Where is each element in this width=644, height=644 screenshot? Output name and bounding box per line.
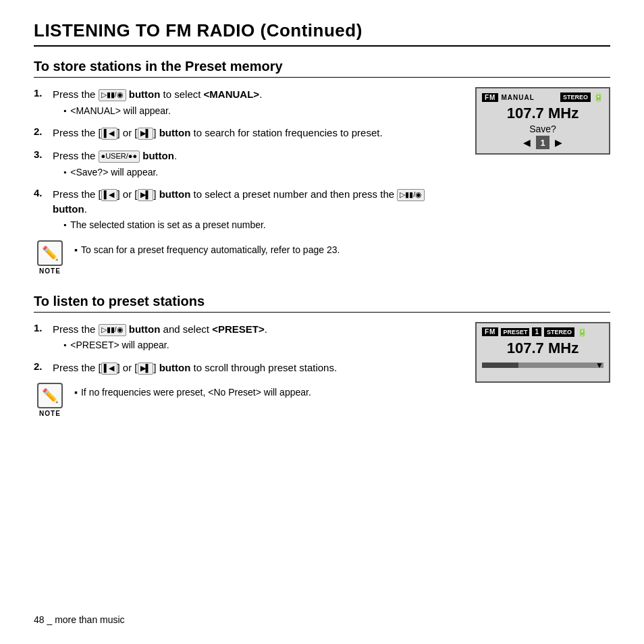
section2-content: 1. Press the ▷▮▮/◉ button and select <PR…: [34, 322, 610, 425]
section2-steps: 1. Press the ▷▮▮/◉ button and select <PR…: [34, 322, 462, 425]
step-3: 3. Press the ●USER/●● button. <Save?> wi…: [34, 149, 462, 179]
s2-step-2-content: Press the [▌◀] or [▶▌] button to scroll …: [53, 360, 462, 375]
step-2-num: 2.: [34, 126, 53, 137]
button-prev-s2[interactable]: ▌◀: [101, 363, 117, 375]
step-4-num: 4.: [34, 187, 53, 198]
note-pencil-icon: ✏️: [37, 240, 63, 266]
step-2: 2. Press the [▌◀] or [▶▌] button to sear…: [34, 126, 462, 140]
button-next-2[interactable]: ▶▌: [138, 189, 154, 201]
step-4-content: Press the [▌◀] or [▶▌] button to select …: [53, 187, 462, 232]
section1-steps: 1. Press the ▷▮▮/◉ button to select <MAN…: [34, 87, 462, 281]
step-3-num: 3.: [34, 149, 53, 160]
step-3-sub: <Save?> will appear.: [63, 165, 462, 179]
section2: To listen to preset stations 1. Press th…: [34, 294, 610, 425]
main-divider: [34, 45, 610, 47]
section2-note: ✏️ NOTE If no frequencies were preset, <…: [34, 383, 462, 417]
step-4: 4. Press the [▌◀] or [▶▌] button to sele…: [34, 187, 462, 232]
button-user[interactable]: ●USER/●●: [99, 151, 140, 163]
s2-step-1-content: Press the ▷▮▮/◉ button and select <PRESE…: [53, 322, 462, 352]
button-play-stop-s2[interactable]: ▷▮▮/◉: [99, 324, 126, 336]
note-text-1: To scan for a preset frequency automatic…: [74, 240, 340, 257]
step-2-content: Press the [▌◀] or [▶▌] button to search …: [53, 126, 462, 140]
section2-divider: [34, 312, 610, 313]
note-label-2: NOTE: [39, 410, 61, 417]
page-title: LISTENING TO FM RADIO (Continued): [34, 20, 610, 41]
display-fm-label-2: FM: [482, 327, 498, 336]
section2-title: To listen to preset stations: [34, 294, 610, 309]
display-header-1: FM MANUAL STEREO 🔋: [482, 92, 603, 102]
button-play-stop-2[interactable]: ▷▮▮/◉: [397, 189, 425, 201]
step-1-num: 1.: [34, 87, 53, 99]
button-prev[interactable]: ▌◀: [101, 128, 117, 140]
button-prev-2[interactable]: ▌◀: [101, 189, 117, 201]
button-next-s2[interactable]: ▶▌: [138, 363, 154, 375]
section1-divider: [34, 77, 610, 78]
display-frequency: 107.7 MHz: [482, 105, 603, 122]
display-preset-label: PRESET: [501, 328, 529, 336]
s2-step-1-sub: <PRESET> will appear.: [63, 338, 462, 352]
display-box-1: FM MANUAL STEREO 🔋 107.7 MHz Save? ◀ 1 ▶: [475, 87, 610, 155]
step-1: 1. Press the ▷▮▮/◉ button to select <MAN…: [34, 87, 462, 117]
note-pencil-icon-2: ✏️: [37, 383, 63, 408]
display-progress-arrow: ▼: [595, 360, 603, 370]
s2-step-2: 2. Press the [▌◀] or [▶▌] button to scro…: [34, 360, 462, 375]
button-next[interactable]: ▶▌: [138, 128, 154, 140]
section1: To store stations in the Preset memory 1…: [34, 59, 610, 281]
note-label-1: NOTE: [39, 267, 61, 275]
note-icon-1: ✏️ NOTE: [34, 240, 66, 275]
display-right-arrow: ▶: [555, 137, 562, 148]
display-left-arrow: ◀: [523, 137, 531, 148]
step-1-content: Press the ▷▮▮/◉ button to select <MANUAL…: [53, 87, 462, 117]
button-play-stop[interactable]: ▷▮▮/◉: [99, 89, 126, 101]
display-preset-num-2: 1: [532, 327, 541, 336]
section1-note: ✏️ NOTE To scan for a preset frequency a…: [34, 240, 462, 275]
step-3-content: Press the ●USER/●● button. <Save?> will …: [53, 149, 462, 179]
s2-step-1: 1. Press the ▷▮▮/◉ button and select <PR…: [34, 322, 462, 352]
display-header-2: FM PRESET 1 STEREO 🔋: [482, 327, 603, 337]
display-fm-label: FM: [482, 93, 498, 102]
display-arrows: ◀ 1 ▶: [482, 136, 603, 149]
step-1-sub: <MANUAL> will appear.: [63, 104, 462, 117]
section1-content: 1. Press the ▷▮▮/◉ button to select <MAN…: [34, 87, 610, 281]
s2-step-2-num: 2.: [34, 360, 53, 372]
page-footer: 48 _ more than music: [34, 614, 125, 625]
display-progress-inner: [482, 363, 518, 368]
display-progress-bar: ▼: [482, 363, 603, 368]
page-container: LISTENING TO FM RADIO (Continued) To sto…: [0, 0, 644, 456]
display-mode-label: MANUAL: [501, 94, 534, 101]
display-stereo-label: STEREO: [560, 92, 591, 102]
display-frequency-2: 107.7 MHz: [482, 340, 603, 357]
display-stereo-label-2: STEREO: [544, 327, 574, 337]
s2-step-1-num: 1.: [34, 322, 53, 333]
display-save-text: Save?: [482, 124, 603, 134]
step-4-sub: The selected station is set as a preset …: [63, 218, 462, 232]
note-icon-2: ✏️ NOTE: [34, 383, 66, 417]
note-text-2: If no frequencies were preset, <No Prese…: [74, 383, 311, 399]
section1-title: To store stations in the Preset memory: [34, 59, 610, 74]
display-battery-icon-2: 🔋: [577, 327, 587, 337]
display-box-2: FM PRESET 1 STEREO 🔋 107.7 MHz ▼: [475, 322, 610, 383]
display-battery-icon: 🔋: [593, 92, 603, 102]
display-preset-num: 1: [536, 136, 549, 149]
